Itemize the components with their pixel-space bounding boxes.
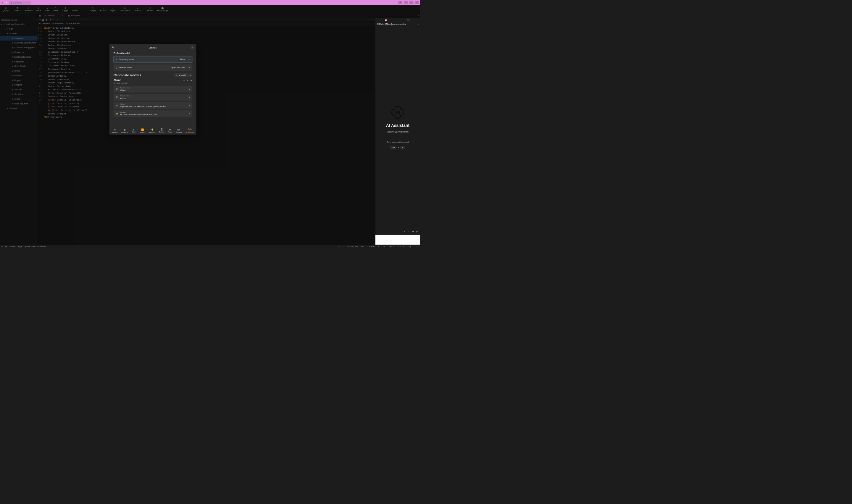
- toolbar-history[interactable]: 🕘History logs: [155, 5, 170, 14]
- new-tab-button[interactable]: +: [6, 1, 7, 4]
- tree-table-item[interactable]: ▸▦Products: [0, 73, 38, 78]
- window-tab-northwind[interactable]: ▮ Northwind ✕: [9, 1, 31, 5]
- tree-table-item[interactable]: ▸▦Order Details: [0, 64, 38, 69]
- stop-icon[interactable]: ⏹: [49, 18, 52, 21]
- tree-schema-main[interactable]: ▾◫main: [0, 26, 38, 31]
- ai-model-selector[interactable]: AI Model: [AliYun] qwen-max-latest ▾: [376, 22, 420, 26]
- chevron-down-icon[interactable]: ▼: [187, 79, 188, 81]
- status-language[interactable]: SQL: [406, 246, 412, 248]
- tree-table-item[interactable]: ▸▦Regions: [0, 78, 38, 83]
- tree-table-item[interactable]: ▸▦Customers: [0, 50, 38, 55]
- status-indent-icon[interactable]: ⇥: [382, 246, 385, 248]
- toolbar-dumper[interactable]: ⛃Dumper: [87, 5, 98, 14]
- add-ai-model-button[interactable]: ＋AI model: [174, 73, 188, 77]
- subtab-definition[interactable]: 🗒Definition: [39, 22, 50, 24]
- footer-tab-ai-assistant[interactable]: ⒶⒾAI assistant: [185, 128, 194, 133]
- close-icon[interactable]: ✕: [28, 2, 29, 4]
- save-icon[interactable]: 💾: [42, 18, 45, 21]
- plus-icon[interactable]: ＋: [183, 79, 185, 82]
- toolbar-import[interactable]: ⇤Import: [108, 5, 118, 14]
- toolbar-export[interactable]: ⇥Export: [98, 5, 108, 14]
- toolbar-transfer[interactable]: ⇄Transfer: [132, 5, 143, 14]
- edit-icon[interactable]: ✎: [189, 96, 190, 98]
- tab-invoices[interactable]: ⚙ Invoices ✕: [42, 13, 66, 18]
- edit-icon[interactable]: ✎: [189, 88, 190, 90]
- calendar-icon[interactable]: 📅: [385, 19, 387, 21]
- tree-tables[interactable]: ▾▦Tables: [0, 31, 38, 36]
- footer-tab-datagrid[interactable]: ▦DataGrid: [121, 128, 128, 133]
- tree-db[interactable]: ▾⛁Northwind_large.sqlite: [0, 22, 38, 26]
- tree-table-categories[interactable]: ▸▦Categories: [0, 36, 38, 40]
- status-eol[interactable]: CRLF: [387, 246, 394, 248]
- close-icon[interactable]: ✕: [191, 46, 194, 49]
- toolbar-index[interactable]: ⁂Index: [51, 5, 60, 14]
- footer-tab-logging[interactable]: 💡Logging: [149, 128, 155, 133]
- grid-icon[interactable]: ⊞: [38, 18, 41, 21]
- minimize-button[interactable]: —: [404, 1, 408, 4]
- maximize-button[interactable]: ▢: [410, 1, 414, 4]
- toolbar-document[interactable]: 🗎Document: [118, 5, 132, 14]
- search-icon[interactable]: 🔍: [112, 46, 115, 49]
- tabs-dropdown[interactable]: ▾: [416, 13, 420, 18]
- status-encoding[interactable]: UTF-8: [396, 246, 404, 248]
- edit-icon[interactable]: ✎: [189, 104, 190, 107]
- footer-tab-general[interactable]: ⚙General: [112, 128, 117, 133]
- subtab-advanced[interactable]: ⚙Advanced: [52, 22, 63, 24]
- send-icon[interactable]: ▶: [417, 230, 418, 233]
- footer-tab-tools[interactable]: 🛠Tools: [168, 128, 172, 133]
- toolbar-others[interactable]: ⋯Others: [70, 5, 80, 14]
- download-icon[interactable]: ⬇: [408, 230, 410, 233]
- tree-table-item[interactable]: ▸▦sqlite_sequence: [0, 101, 38, 106]
- play-icon[interactable]: ▶: [45, 18, 48, 21]
- toolbar-model[interactable]: ⊞Model: [146, 5, 155, 14]
- refresh-icon[interactable]: ⟳: [412, 230, 414, 233]
- toolbar-table[interactable]: ▦Table: [34, 5, 43, 14]
- preferred-model-select[interactable]: ⟠ Preferred model qwen-max-latest ▼: [114, 65, 192, 71]
- tree-table-item[interactable]: ▸▦Territories: [0, 92, 38, 97]
- code-editor[interactable]: 1 2 3 4 5 6 7 8 9 10 11 12 13 14 15 16 1…: [38, 26, 375, 245]
- subtab-sql-preview[interactable]: 👁SQL Preview: [66, 22, 80, 24]
- status-position[interactable]: Ln 32, Col 60, Pos 1242: [336, 246, 364, 248]
- tree-table-item[interactable]: ▸▦Orders: [0, 69, 38, 73]
- tree-collapse-icon[interactable]: ⊟: [9, 15, 10, 17]
- tree-table-item[interactable]: ▸▦conflict: [0, 96, 38, 101]
- close-icon[interactable]: ✕: [61, 15, 63, 17]
- toolbar-search[interactable]: 🔍Search: [13, 5, 23, 14]
- tree-table-item[interactable]: ▸▦Shippers: [0, 83, 38, 87]
- tree-table-item[interactable]: ▸▦CustomerCustomerDemo: [0, 40, 38, 45]
- code-content[interactable]: SELECT Orders.ShipName, Orders.ShipAddre…: [43, 26, 375, 245]
- tree-table-item[interactable]: ▸▦Employees: [0, 59, 38, 64]
- chevron-down-icon[interactable]: ▼: [10, 7, 13, 9]
- tab-home[interactable]: ▦: [38, 13, 42, 18]
- tree-table-item[interactable]: ▸▦Suppliers: [0, 87, 38, 92]
- footer-tab-network[interactable]: 📶Network: [140, 128, 146, 133]
- edit-icon[interactable]: ✎: [189, 112, 190, 114]
- file-icon[interactable]: 🗋: [18, 15, 19, 17]
- tab-employees[interactable]: ▦ Employees: [66, 13, 83, 18]
- footer-tab-shortcut[interactable]: ⌨Shortcut: [176, 128, 182, 133]
- ai-icon[interactable]: ⒶⒾ: [407, 19, 411, 21]
- footer-tab-storage[interactable]: 🗄Storage: [159, 128, 164, 133]
- add-dropdown-button[interactable]: ▼: [188, 74, 192, 77]
- toolbar-schema[interactable]: ◫Schema: [23, 5, 34, 14]
- tree-table-item[interactable]: ▸▦EmployeeTerritories: [0, 54, 38, 59]
- preferred-provider-select[interactable]: ⟠ Preferred provider AliYun ▼: [114, 56, 192, 63]
- toolbar-view[interactable]: ◑View: [43, 5, 51, 14]
- attach-icon[interactable]: ⤓: [404, 230, 405, 233]
- chevron-down-icon[interactable]: ▼: [143, 7, 146, 9]
- menu-icon[interactable]: ≡: [398, 1, 402, 4]
- panel-right-icon[interactable]: ▯▯: [415, 246, 419, 248]
- panel-toggle-icon[interactable]: ▢: [1, 246, 3, 248]
- delete-icon[interactable]: ⊗: [191, 79, 192, 81]
- format-icon[interactable]: ⊟: [52, 18, 55, 21]
- footer-tab-editor[interactable]: 🗎Editor: [132, 128, 136, 133]
- ai-input[interactable]: [373, 235, 420, 245]
- tree-views[interactable]: ▸◑Views: [0, 106, 38, 111]
- toolbar-trigger[interactable]: ⚡Trigger: [60, 5, 70, 14]
- tree-table-item[interactable]: ▸▦CustomerDemographics: [0, 45, 38, 50]
- close-window-button[interactable]: ✕: [415, 1, 419, 4]
- toolbar-query[interactable]: ▦Query: [1, 5, 10, 14]
- expand-icon[interactable]: ⤢: [56, 18, 58, 21]
- status-spaces[interactable]: Spaces: 4: [367, 246, 379, 248]
- grid-icon[interactable]: ⊞: [27, 15, 29, 17]
